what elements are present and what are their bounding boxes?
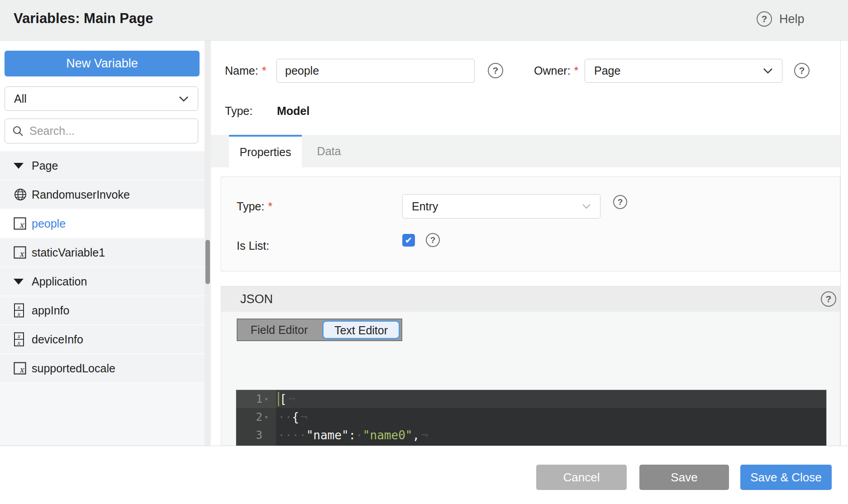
- help-label: Help: [779, 12, 805, 26]
- is-list-label: Is List:: [237, 239, 269, 252]
- cancel-button[interactable]: Cancel: [536, 465, 627, 490]
- entry-type-help-icon[interactable]: ?: [613, 195, 627, 209]
- panel-right-border: [840, 41, 841, 446]
- code-line-2[interactable]: 2▾··{¬: [236, 408, 826, 426]
- sidebar-item-RandomuserInvoke[interactable]: RandomuserInvoke: [0, 181, 205, 209]
- entry-type-value: Entry: [412, 200, 582, 213]
- fold-caret-icon[interactable]: ▾: [264, 413, 273, 421]
- chevron-down-icon: [763, 68, 773, 74]
- line-number: 2: [236, 411, 262, 423]
- code-line-1[interactable]: 1▾[¬: [236, 390, 826, 408]
- code-line-content: ··{¬: [276, 408, 826, 426]
- svg-text:x: x: [19, 220, 25, 229]
- json-code-editor[interactable]: 1▾[¬2▾··{¬3····"name":·"name0",¬4····"da…: [236, 390, 827, 446]
- save-and-close-button[interactable]: Save & Close: [740, 465, 832, 490]
- entry-type-dropdown[interactable]: Entry: [402, 194, 600, 219]
- json-section-header: JSON ?: [221, 286, 840, 312]
- code-line-content: [¬: [276, 390, 826, 408]
- help-icon[interactable]: ?: [757, 11, 772, 27]
- sidebar-item-label: staticVariable1: [32, 246, 105, 259]
- name-help-icon[interactable]: ?: [488, 63, 503, 78]
- name-input[interactable]: [276, 59, 475, 83]
- required-asterisk: *: [574, 64, 579, 77]
- variable-icon: x: [14, 362, 26, 375]
- line-end-marker: ¬: [288, 392, 295, 406]
- sidebar-item-people[interactable]: xpeople: [0, 209, 205, 238]
- owner-help-icon[interactable]: ?: [794, 63, 810, 78]
- json-section: JSON ? Field Editor Text Editor 1▾[¬2▾··…: [221, 286, 840, 446]
- sidebar-item-label: supportedLocale: [32, 362, 115, 375]
- dialog-header: Variables: Main Page ? Help: [0, 0, 848, 41]
- name-label: Name:*: [225, 64, 266, 77]
- tab-bar: Properties Data: [211, 135, 840, 167]
- sidebar-item-appInfo[interactable]: xxappInfo: [0, 296, 205, 325]
- check-icon: ✔: [405, 236, 413, 245]
- sidebar-item-label: appInfo: [32, 304, 69, 317]
- text-cursor: [278, 392, 279, 406]
- sidebar-scrollbar-thumb[interactable]: [205, 240, 210, 284]
- type-value: Model: [277, 105, 310, 118]
- entry-type-label: Type:*: [237, 200, 272, 213]
- type-label: Type:: [225, 105, 252, 118]
- variables-sidebar: New Variable All PageRandomuserInvokexpe…: [0, 41, 205, 446]
- field-editor-toggle[interactable]: Field Editor: [238, 323, 321, 337]
- sidebar-item-label: people: [32, 217, 66, 230]
- sidebar-item-deviceInfo[interactable]: xxdeviceInfo: [0, 325, 205, 354]
- is-list-checkbox[interactable]: ✔: [402, 234, 415, 247]
- json-title: JSON: [240, 292, 273, 306]
- filter-value: All: [14, 92, 179, 105]
- svg-text:x: x: [17, 340, 21, 346]
- is-list-help-icon[interactable]: ?: [426, 233, 440, 247]
- caret-down-icon: [14, 163, 24, 169]
- variable-icon: x: [14, 217, 26, 230]
- sidebar-item-label: deviceInfo: [32, 333, 83, 346]
- line-end-marker: ¬: [421, 428, 428, 442]
- tab-data[interactable]: Data: [302, 135, 356, 167]
- sidebar-item-supportedLocale[interactable]: xsupportedLocale: [0, 354, 205, 383]
- save-button[interactable]: Save: [639, 465, 729, 490]
- owner-label: Owner:*: [534, 64, 578, 77]
- variable-icon: x: [14, 246, 26, 259]
- owner-dropdown[interactable]: Page: [585, 59, 782, 83]
- code-line-3[interactable]: 3····"name":·"name0",¬: [236, 426, 826, 444]
- json-help-icon[interactable]: ?: [821, 291, 836, 307]
- fold-caret-icon[interactable]: ▾: [264, 395, 273, 403]
- sidebar-item-label: Application: [32, 275, 87, 288]
- svg-text:x: x: [19, 249, 25, 258]
- text-editor-toggle[interactable]: Text Editor: [322, 320, 400, 339]
- svg-text:x: x: [17, 304, 21, 310]
- code-line-content: ····"name":·"name0",¬: [276, 426, 826, 444]
- search-box[interactable]: [5, 119, 198, 143]
- search-icon: [12, 125, 24, 137]
- tab-properties[interactable]: Properties: [229, 135, 302, 167]
- page-title: Variables: Main Page: [14, 10, 153, 27]
- globe-icon: [14, 188, 27, 201]
- sidebar-item-label: RandomuserInvoke: [32, 188, 130, 201]
- sidebar-scrollbar-track[interactable]: [205, 41, 211, 446]
- svg-text:x: x: [17, 311, 21, 317]
- sidebar-item-Page[interactable]: Page: [0, 152, 205, 181]
- new-variable-button[interactable]: New Variable: [5, 51, 200, 76]
- svg-text:x: x: [17, 333, 21, 339]
- required-asterisk: *: [268, 200, 272, 213]
- line-number: 3: [236, 429, 262, 442]
- help-button[interactable]: ? Help: [757, 11, 805, 27]
- filter-dropdown[interactable]: All: [5, 86, 198, 111]
- object-icon: xx: [14, 303, 24, 318]
- dialog-footer: Cancel Save Save & Close: [0, 446, 848, 504]
- line-end-marker: ¬: [300, 410, 308, 424]
- properties-panel: Type:* Entry ? Is List: ✔ ?: [221, 176, 840, 271]
- owner-value: Page: [594, 64, 763, 77]
- sidebar-item-staticVariable1[interactable]: xstaticVariable1: [0, 238, 205, 267]
- search-input[interactable]: [29, 124, 179, 138]
- sidebar-item-Application[interactable]: Application: [0, 267, 205, 296]
- editor-mode-toggle: Field Editor Text Editor: [237, 319, 402, 341]
- svg-text:x: x: [19, 365, 25, 374]
- chevron-down-icon: [179, 96, 189, 102]
- object-icon: xx: [14, 332, 24, 347]
- required-asterisk: *: [262, 64, 267, 77]
- variables-list: PageRandomuserInvokexpeoplexstaticVariab…: [0, 151, 205, 446]
- sidebar-item-label: Page: [32, 159, 58, 172]
- chevron-down-icon: [582, 204, 591, 209]
- caret-down-icon: [14, 279, 24, 285]
